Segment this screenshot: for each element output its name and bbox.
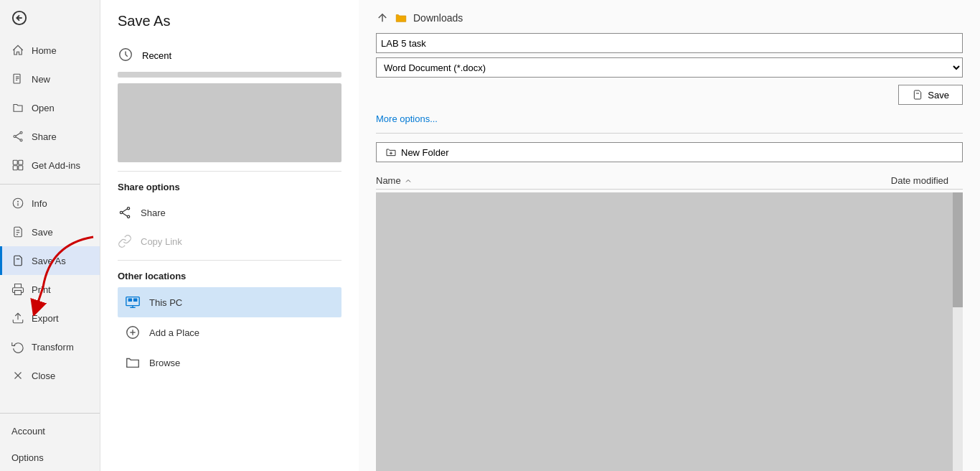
middle-panel: Save As Recent Share options Share Copy … [100, 0, 359, 471]
thumbnail-placeholder [118, 83, 341, 162]
sidebar-item-save[interactable]: Save [0, 218, 100, 246]
sidebar-label-addins: Get Add-ins [32, 160, 80, 171]
this-pc-icon [125, 294, 141, 310]
open-icon [11, 101, 24, 114]
sidebar-item-share[interactable]: Share [0, 122, 100, 151]
page-title: Save As [100, 0, 359, 39]
sidebar-item-addins[interactable]: Get Add-ins [0, 151, 100, 179]
svg-rect-32 [133, 299, 138, 302]
col-name-label: Name [376, 175, 401, 186]
sidebar-bottom: Account Options [0, 409, 100, 471]
svg-point-8 [20, 139, 22, 141]
other-locations-section-label: Other locations [118, 271, 341, 281]
share-divider [118, 171, 341, 172]
print-icon [11, 283, 24, 296]
new-folder-label: New Folder [401, 147, 448, 158]
location-add-place[interactable]: Add a Place [118, 317, 341, 348]
svg-point-24 [120, 211, 122, 213]
svg-rect-13 [13, 166, 17, 170]
back-icon [11, 10, 27, 26]
sidebar-divider-2 [0, 413, 100, 414]
sidebar-label-close: Close [32, 370, 55, 381]
svg-rect-28 [126, 297, 139, 306]
browse-label: Browse [149, 358, 180, 368]
copy-link-icon [118, 234, 132, 248]
up-arrow-icon [376, 11, 389, 24]
svg-point-23 [127, 207, 129, 210]
svg-line-26 [123, 209, 128, 212]
share-options-section-label: Share options [118, 182, 341, 192]
sidebar-item-home[interactable]: Home [0, 36, 100, 65]
copy-link-option: Copy Link [118, 227, 341, 256]
scrollbar-track[interactable] [953, 192, 963, 471]
account-label: Account [11, 426, 45, 437]
svg-point-6 [20, 131, 22, 134]
sidebar-label-transform: Transform [32, 342, 74, 353]
sidebar-item-new[interactable]: New [0, 65, 100, 93]
recent-location-item[interactable]: Recent [118, 39, 341, 72]
sidebar-label-home: Home [32, 45, 57, 56]
location-browse[interactable]: Browse [118, 348, 341, 378]
svg-line-27 [123, 213, 128, 216]
save-row: Save [376, 85, 963, 105]
sidebar-label-share: Share [32, 131, 57, 142]
sort-asc-icon [404, 177, 413, 185]
new-folder-icon [385, 146, 397, 158]
sidebar-item-open[interactable]: Open [0, 93, 100, 122]
sidebar-label-saveas: Save As [32, 256, 66, 266]
sidebar-item-export[interactable]: Export [0, 304, 100, 332]
middle-content: Recent Share options Share Copy Link Oth… [100, 39, 359, 471]
svg-line-9 [16, 134, 20, 136]
horizontal-divider [376, 133, 963, 134]
share-item-label: Share [141, 207, 166, 218]
svg-point-25 [127, 215, 129, 218]
sidebar-item-saveas[interactable]: Save As [0, 246, 100, 275]
transform-icon [11, 340, 24, 353]
locations-divider [118, 260, 341, 261]
sidebar-label-open: Open [32, 103, 55, 113]
sidebar-item-account[interactable]: Account [0, 418, 100, 444]
sidebar-divider-1 [0, 184, 100, 185]
svg-rect-11 [13, 160, 17, 164]
col-name[interactable]: Name [376, 175, 848, 186]
location-this-pc[interactable]: This PC [118, 287, 341, 317]
sidebar-item-transform[interactable]: Transform [0, 332, 100, 361]
sidebar-item-options[interactable]: Options [0, 444, 100, 471]
new-icon [11, 73, 24, 85]
file-area [376, 192, 963, 471]
recent-clock-icon [118, 47, 133, 65]
file-table-header: Name Date modified [376, 172, 963, 190]
saveas-icon [11, 254, 24, 267]
filename-input[interactable] [376, 33, 963, 53]
save-button-label: Save [928, 90, 949, 101]
back-button[interactable] [0, 0, 100, 36]
svg-point-7 [14, 136, 16, 138]
browse-icon [125, 355, 141, 370]
breadcrumb: Downloads [376, 11, 963, 24]
scrollbar-thumb[interactable] [953, 192, 963, 307]
share-icon [11, 130, 24, 143]
export-icon [11, 312, 24, 325]
right-panel: Downloads Word Document (*.docx) Word 97… [359, 0, 980, 471]
more-options-link[interactable]: More options... [376, 113, 963, 124]
filetype-select[interactable]: Word Document (*.docx) Word 97-2003 Docu… [376, 57, 963, 78]
svg-rect-12 [19, 160, 23, 164]
svg-rect-14 [19, 166, 23, 170]
sidebar-item-print[interactable]: Print [0, 275, 100, 304]
sidebar-label-new: New [32, 74, 50, 85]
close-icon [11, 369, 24, 382]
share-people-icon [118, 205, 132, 220]
info-icon [11, 197, 24, 210]
sidebar-label-info: Info [32, 198, 47, 209]
sidebar-item-info[interactable]: Info [0, 189, 100, 218]
sidebar-item-close[interactable]: Close [0, 361, 100, 390]
placeholder-bar-1 [118, 72, 341, 78]
new-folder-button[interactable]: New Folder [376, 142, 963, 162]
sidebar-label-print: Print [32, 284, 51, 295]
recent-label: Recent [142, 50, 171, 61]
share-option-share[interactable]: Share [118, 198, 341, 227]
sidebar: Home New Open Share Get Add-ins Info Sav… [0, 0, 100, 471]
save-button[interactable]: Save [898, 85, 963, 105]
home-icon [11, 44, 24, 57]
col-date: Date modified [848, 175, 963, 186]
